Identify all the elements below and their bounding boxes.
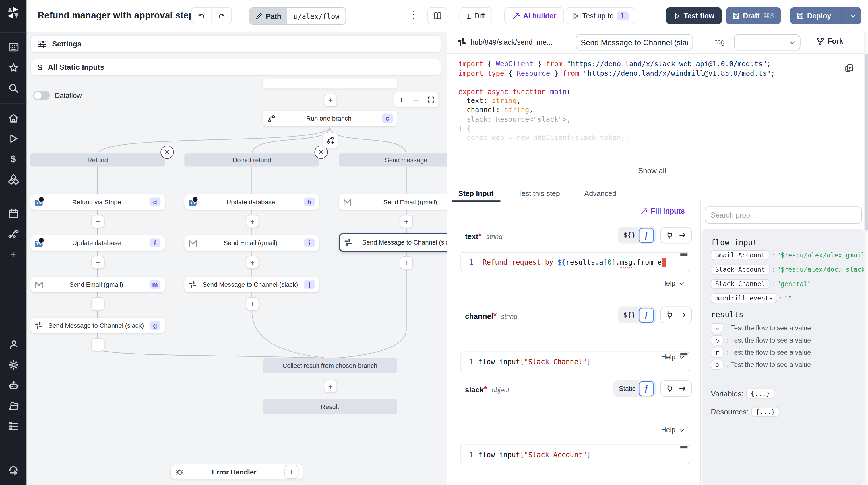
runs-play-icon[interactable]: [0, 128, 27, 149]
settings-gear-icon[interactable]: [0, 355, 27, 375]
error-handler-node[interactable]: Error Handler +: [170, 464, 303, 480]
help-arrow-icon[interactable]: [0, 459, 27, 479]
flow-node-send-email[interactable]: Send Email (gmail) m: [30, 277, 165, 292]
channel-value-editor[interactable]: 1 flow_input["Slack Channel"]: [461, 352, 689, 371]
diff-button[interactable]: ± Diff: [460, 7, 492, 24]
plug-icon[interactable]: [666, 385, 674, 392]
hub-script-path[interactable]: hub/849/slack/send_me...: [470, 38, 553, 46]
variables-expand[interactable]: {...}: [746, 389, 774, 399]
variables-dollar-icon[interactable]: $: [0, 149, 27, 169]
flow-node-result[interactable]: Result: [263, 399, 397, 414]
flow-node-send-message-slack[interactable]: Send Message to Channel (slack) j: [184, 277, 319, 292]
windmill-logo-icon[interactable]: [6, 5, 20, 20]
star-icon[interactable]: [0, 58, 27, 78]
apps-grid-icon[interactable]: [0, 37, 27, 57]
search-prop-input[interactable]: [705, 206, 862, 224]
tag-select[interactable]: [734, 34, 800, 51]
gmail-icon: [343, 198, 352, 205]
add-step-button[interactable]: +: [91, 215, 104, 228]
account-person-icon[interactable]: [0, 334, 27, 355]
flow-node-partial[interactable]: [263, 79, 398, 89]
slack-value-editor[interactable]: 1 flow_input["Slack Account"]: [461, 445, 689, 464]
flow-node-send-message-slack[interactable]: Send Message to Channel (slack) g: [30, 318, 165, 333]
ai-builder-button[interactable]: AI builder: [504, 7, 564, 24]
scrollbar-thumb[interactable]: [865, 54, 868, 231]
branch-header-send-message[interactable]: Send message: [339, 153, 447, 166]
deploy-dropdown-button[interactable]: [845, 7, 862, 24]
flow-node-update-database[interactable]: TS Update database f: [30, 235, 165, 251]
workers-robot-icon[interactable]: [0, 376, 27, 396]
template-mode-toggle[interactable]: ${}: [623, 311, 636, 319]
flow-node-run-one-branch[interactable]: Run one branch c: [263, 111, 398, 126]
branch-header-do-not-refund[interactable]: Do not refund: [184, 153, 319, 166]
folders-icon[interactable]: [0, 396, 27, 416]
kebab-menu-icon[interactable]: ⋮: [408, 9, 419, 20]
add-step-button[interactable]: +: [246, 215, 259, 228]
test-flow-button[interactable]: Test flow: [666, 7, 722, 24]
help-toggle[interactable]: Help: [661, 280, 685, 287]
fork-button[interactable]: Fork: [817, 37, 843, 45]
typescript-icon: TS: [189, 198, 198, 206]
template-mode-toggle[interactable]: ${}: [623, 231, 636, 239]
resources-cubes-icon[interactable]: [0, 169, 27, 190]
show-all-button[interactable]: Show all: [447, 166, 857, 175]
tab-step-input[interactable]: Step Input: [450, 185, 502, 201]
branch-header-refund[interactable]: Refund: [30, 153, 165, 166]
resources-expand[interactable]: {...}: [751, 407, 780, 417]
plug-icon[interactable]: [666, 311, 674, 319]
javascript-editor-toggle[interactable]: f: [639, 381, 654, 396]
copy-code-icon[interactable]: [845, 64, 854, 73]
add-step-button[interactable]: +: [324, 94, 337, 107]
add-step-button[interactable]: +: [400, 215, 413, 228]
test-up-to-button[interactable]: Test up to l: [566, 7, 635, 24]
step-summary-input[interactable]: [576, 34, 693, 51]
routes-flow-icon[interactable]: [0, 224, 27, 244]
fill-inputs-button[interactable]: Fill inputs: [640, 207, 685, 215]
flow-node-update-database[interactable]: TS Update database h: [184, 194, 319, 210]
schedules-calendar-icon[interactable]: [0, 203, 27, 224]
branch-icon: [267, 114, 276, 123]
path-button[interactable]: Path u/alex/flow: [249, 7, 346, 25]
static-mode-toggle[interactable]: Static: [619, 385, 636, 392]
node-badge: c: [382, 114, 393, 123]
line-number: 1: [461, 450, 473, 459]
docs-book-button[interactable]: [427, 7, 447, 24]
text-value-editor[interactable]: 1 `Refund request by ${results.a[0].msg.…: [461, 252, 689, 272]
flow-node-send-message-slack-selected[interactable]: Send Message to Channel (slack): [339, 233, 447, 252]
help-toggle[interactable]: Help: [661, 353, 685, 361]
undo-button[interactable]: [191, 7, 211, 24]
add-step-button[interactable]: +: [91, 297, 104, 311]
javascript-editor-toggle[interactable]: f: [639, 308, 654, 322]
flow-node-send-email[interactable]: Send Email (gmail): [339, 194, 447, 210]
remove-branch-button[interactable]: ✕: [160, 146, 174, 159]
deploy-button[interactable]: Deploy: [790, 11, 838, 20]
plug-icon[interactable]: [666, 231, 674, 239]
flow-node-collect-result[interactable]: Collect result from chosen branch: [263, 358, 397, 373]
arrow-right-icon[interactable]: [679, 311, 686, 319]
add-step-button[interactable]: +: [91, 338, 104, 351]
add-branch-button[interactable]: [322, 133, 338, 149]
audit-logs-list-icon[interactable]: [0, 416, 27, 437]
add-step-button[interactable]: +: [400, 256, 413, 269]
add-plus-icon[interactable]: +: [0, 244, 27, 264]
home-icon[interactable]: [0, 108, 27, 128]
step-input-form: Fill inputs text*string ${} f 1 `Refund …: [447, 201, 700, 485]
arrow-right-icon[interactable]: [679, 385, 686, 392]
tab-advanced[interactable]: Advanced: [576, 185, 625, 201]
mode-group: ${} f: [618, 306, 656, 323]
search-icon[interactable]: [0, 78, 27, 98]
add-step-button[interactable]: +: [324, 380, 337, 393]
add-step-button[interactable]: +: [246, 297, 259, 311]
tab-test-this-step[interactable]: Test this step: [509, 185, 569, 201]
redo-button[interactable]: [212, 7, 232, 24]
flow-node-refund-via-stripe[interactable]: TS Refund via Stripe d: [30, 194, 165, 210]
add-error-handler-button[interactable]: +: [284, 465, 298, 479]
add-step-button[interactable]: +: [91, 256, 104, 269]
add-step-button[interactable]: +: [246, 256, 259, 269]
help-toggle[interactable]: Help: [661, 426, 685, 434]
edit-title-pencil-icon[interactable]: [166, 11, 174, 19]
javascript-editor-toggle[interactable]: f: [639, 228, 654, 243]
arrow-right-icon[interactable]: [679, 231, 686, 239]
draft-button[interactable]: Draft ⌘S: [725, 7, 781, 24]
flow-node-send-email[interactable]: Send Email (gmail) i: [184, 235, 319, 251]
